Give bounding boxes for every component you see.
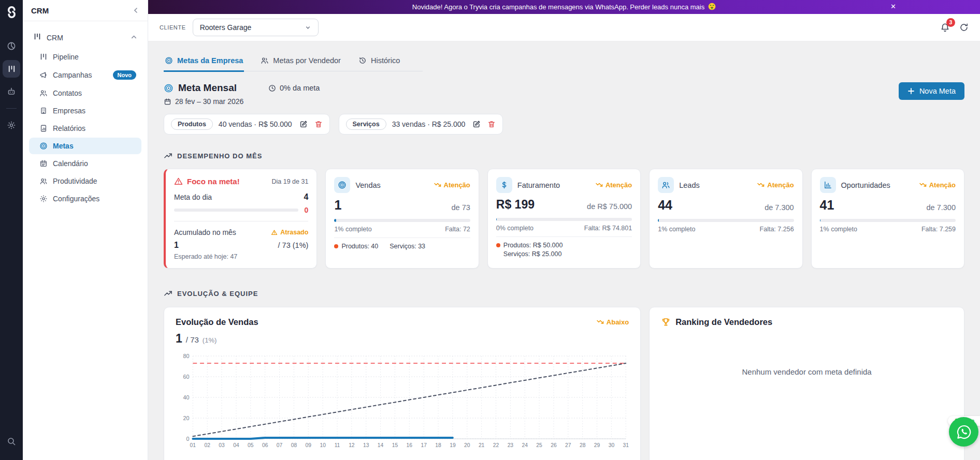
refresh-button[interactable] [959, 23, 969, 32]
performance-cards: Foco na meta! Dia 19 de 31 Meta do dia 4… [164, 169, 964, 269]
tab-bar: Metas da Empresa Metas por Vendedor Hist… [164, 52, 423, 71]
sidebar-item-calendario[interactable]: Calendário [29, 155, 141, 172]
stat-progress-bar [820, 219, 956, 222]
svg-text:21: 21 [479, 442, 485, 448]
money-mouth-emoji [708, 3, 716, 12]
sidebar-item-campanhas[interactable]: Campanhas Novo [29, 66, 141, 84]
sidebar-title: CRM [31, 6, 49, 15]
crm-pipeline-icon[interactable] [3, 60, 20, 78]
sidebar-item-relatorios[interactable]: Relatórios [29, 120, 141, 137]
svg-text:30: 30 [609, 442, 615, 448]
delete-goal-icon[interactable] [487, 120, 496, 128]
trophy-icon [661, 317, 671, 327]
sidebar: CRM CRM Pipeline Campanhas Novo [23, 0, 148, 460]
ranking-title: Ranking de Vendedores [675, 317, 772, 327]
pct-complete-label: 1% completo [334, 226, 371, 233]
settings-gear-icon[interactable] [3, 116, 20, 134]
sidebar-item-empresas[interactable]: Empresas [29, 102, 141, 119]
svg-text:05: 05 [248, 442, 254, 448]
client-select[interactable]: Rooters Garage [193, 19, 319, 36]
notifications-button[interactable]: 3 [940, 23, 950, 33]
chevron-down-icon [305, 24, 311, 31]
svg-text:28: 28 [580, 442, 586, 448]
tab-historico[interactable]: Histórico [357, 52, 401, 72]
sidebar-item-metas[interactable]: Metas [29, 138, 141, 154]
evolution-value: 1 [176, 332, 182, 346]
dashboard-pie-icon[interactable] [3, 37, 20, 55]
legend-dot [334, 244, 338, 248]
svg-text:22: 22 [493, 442, 499, 448]
sidebar-collapse-chevron-icon[interactable] [132, 7, 139, 14]
stat-value: 44 [658, 199, 672, 212]
icon-rail [0, 0, 23, 460]
delete-goal-icon[interactable] [314, 120, 323, 128]
stat-card-oportunidades: Oportunidades Atenção 41 de 7.300 1% com… [811, 169, 964, 269]
sidebar-item-produtividade[interactable]: Produtividade [29, 173, 141, 189]
svg-text:19: 19 [450, 442, 456, 448]
pipeline-icon [39, 53, 48, 61]
whatsapp-support-button[interactable] [949, 417, 978, 447]
target-icon [39, 142, 48, 150]
stat-of: de 7.300 [927, 203, 956, 212]
svg-text:02: 02 [204, 442, 210, 448]
legend-produtos: Produtos: R$ 50.000 [503, 242, 563, 249]
svg-text:25: 25 [536, 442, 542, 448]
users-icon [261, 56, 269, 65]
tab-label: Histórico [371, 56, 400, 65]
attention-badge: Atenção [757, 181, 794, 189]
sidebar-item-label: Metas [53, 142, 74, 150]
svg-text:01: 01 [190, 442, 196, 448]
tab-metas-da-empresa[interactable]: Metas da Empresa [164, 52, 244, 72]
legend-dot [496, 243, 500, 247]
client-select-value: Rooters Garage [200, 23, 252, 32]
novo-badge: Novo [113, 70, 137, 80]
daily-goal-label: Meta do dia [174, 193, 212, 201]
sidebar-item-contatos[interactable]: Contatos [29, 85, 141, 101]
tab-metas-por-vendedor[interactable]: Metas por Vendedor [260, 52, 342, 72]
sales-evolution-chart: 0204060800102030405060708091011121314151… [176, 351, 629, 452]
sidebar-header: CRM [23, 0, 148, 21]
notification-count-badge: 3 [946, 18, 955, 27]
main-column: Novidade! Agora o Tryvia cria campanhas … [148, 0, 980, 460]
menu-group-crm[interactable]: CRM [29, 29, 141, 46]
bot-icon[interactable] [3, 83, 20, 100]
search-icon[interactable] [3, 433, 20, 450]
stat-card-faturamento: Faturamento Atenção R$ 199 de R$ 75.000 … [487, 169, 641, 269]
svg-text:04: 04 [233, 442, 239, 448]
line-chart: 0204060800102030405060708091011121314151… [176, 351, 629, 450]
svg-text:12: 12 [349, 442, 355, 448]
divider [174, 221, 308, 221]
svg-text:23: 23 [508, 442, 514, 448]
menu-items: Pipeline Campanhas Novo Contatos Empresa… [29, 49, 141, 207]
section-heading-label: EVOLUÇÃO & EQUIPE [177, 290, 258, 298]
missing-label: Falta: 72 [445, 226, 470, 233]
trend-down-wave-icon [596, 182, 603, 188]
users-icon [658, 177, 674, 193]
topbar: CLIENTE Rooters Garage 3 [148, 14, 980, 41]
goal-text: 33 vendas · R$ 25.000 [392, 120, 466, 128]
stat-value: 41 [820, 199, 834, 212]
bottom-grid: Evolução de Vendas Abaixo 1 / 73 (1%) 02… [164, 307, 964, 460]
stat-label: Oportunidades [841, 181, 890, 189]
svg-text:03: 03 [219, 442, 225, 448]
nova-meta-button[interactable]: Nova Meta [899, 82, 964, 100]
edit-goal-icon[interactable] [472, 120, 481, 128]
attention-badge: Atenção [596, 181, 632, 189]
sidebar-item-pipeline[interactable]: Pipeline [29, 49, 141, 65]
attention-badge: Atenção [434, 181, 470, 189]
dollar-icon [496, 177, 512, 193]
calendar-icon [39, 159, 48, 168]
sidebar-item-configuracoes[interactable]: Configurações [29, 190, 141, 207]
banner-close-icon[interactable]: ✕ [890, 2, 896, 11]
edit-goal-icon[interactable] [299, 120, 308, 128]
pct-complete-label: 0% completo [496, 225, 534, 232]
svg-text:16: 16 [407, 442, 413, 448]
trend-up-icon [164, 152, 172, 160]
svg-text:10: 10 [320, 442, 326, 448]
trend-down-wave-icon [919, 182, 927, 188]
banner-text: Novidade! Agora o Tryvia cria campanhas … [412, 3, 704, 11]
stat-of: de 73 [452, 203, 470, 212]
trend-down-wave-icon [434, 182, 441, 188]
target-icon [164, 83, 174, 93]
stat-card-leads: Leads Atenção 44 de 7.300 1% completo [649, 169, 802, 269]
